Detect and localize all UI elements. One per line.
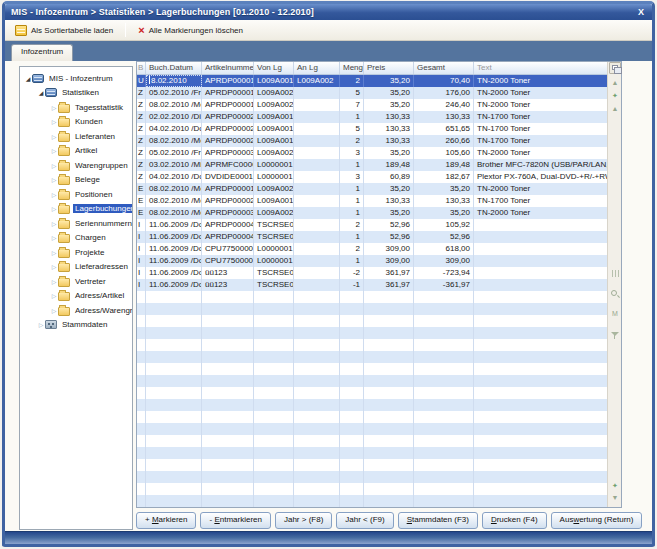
- tree-collapsed-icon[interactable]: ▷: [50, 191, 58, 198]
- table-row[interactable]: Z02.02.2010 /DiAPRDP00002L009A0011130,33…: [137, 111, 607, 123]
- table-empty-row[interactable]: [137, 327, 607, 339]
- table-empty-row[interactable]: [137, 411, 607, 423]
- scroll-first-icon[interactable]: ▲: [608, 79, 622, 87]
- tree-item-kunden[interactable]: ▷Kunden: [20, 115, 132, 130]
- table-row[interactable]: Z03.02.2010 /MiAPRMFC00001L00000011189,4…: [137, 159, 607, 171]
- table-row[interactable]: I11.06.2009 /DoAPRDP00004TSCRSE02152,965…: [137, 231, 607, 243]
- tree-collapsed-icon[interactable]: ▷: [50, 263, 58, 270]
- column-header-text[interactable]: Text: [474, 62, 607, 74]
- tree-collapsed-icon[interactable]: ▷: [50, 104, 58, 111]
- tree-collapsed-icon[interactable]: ▷: [50, 307, 58, 314]
- tree-item-lieferadressen[interactable]: ▷Lieferadressen: [20, 260, 132, 275]
- table-empty-row[interactable]: [137, 375, 607, 387]
- scroll-last-icon[interactable]: ▼: [608, 494, 622, 502]
- table-row[interactable]: U8.02.2010APRDP00001L009A001L009A002235,…: [137, 75, 607, 87]
- table-row[interactable]: Z08.02.2010 /MoAPRDP00002L009A0012130,33…: [137, 135, 607, 147]
- column-header-gesamt[interactable]: Gesamt: [414, 62, 474, 74]
- columns-icon[interactable]: [612, 270, 619, 277]
- tree-item-chargen[interactable]: ▷Chargen: [20, 231, 132, 246]
- tree-item-vertreter[interactable]: ▷Vertreter: [20, 274, 132, 289]
- table-empty-row[interactable]: [137, 447, 607, 459]
- table-empty-row[interactable]: [137, 363, 607, 375]
- scroll-up-icon[interactable]: ▲: [608, 105, 622, 113]
- tree-collapsed-icon[interactable]: ▷: [50, 220, 58, 227]
- tree-item-artikel[interactable]: ▷Artikel: [20, 144, 132, 159]
- load-sort-table-button[interactable]: Als Sortiertabelle laden: [9, 22, 119, 39]
- tree-item-statistiken[interactable]: ◢Statistiken: [20, 86, 132, 101]
- footer-button-auswertung-return[interactable]: Auswertung (Return): [551, 512, 643, 529]
- tree-item-adress-warengruppen[interactable]: ▷Adress/Warengruppen: [20, 303, 132, 318]
- tree-collapsed-icon[interactable]: ▷: [50, 205, 58, 212]
- table-empty-row[interactable]: [137, 291, 607, 303]
- tree-collapsed-icon[interactable]: ▷: [37, 321, 45, 328]
- table-empty-row[interactable]: [137, 435, 607, 447]
- column-header-von-lg[interactable]: Von Lg: [254, 62, 294, 74]
- search-icon[interactable]: [611, 290, 617, 296]
- table-empty-row[interactable]: [137, 459, 607, 471]
- table-empty-row[interactable]: [137, 351, 607, 363]
- table-empty-row[interactable]: [137, 423, 607, 435]
- table-row[interactable]: E08.02.2010 /MoAPRDP00001L009A002135,203…: [137, 183, 607, 195]
- table-row[interactable]: I11.06.2009 /Doüü123TSCRSE03-2361,97-723…: [137, 267, 607, 279]
- column-header-preis[interactable]: Preis: [364, 62, 414, 74]
- tree-item-warengruppen[interactable]: ▷Warengruppen: [20, 158, 132, 173]
- table-empty-row[interactable]: [137, 495, 607, 507]
- scroll-down-icon[interactable]: ✦: [608, 482, 622, 490]
- table-empty-row[interactable]: [137, 471, 607, 483]
- table-row[interactable]: I11.06.2009 /DoAPRDP00004TSCRSE02252,961…: [137, 219, 607, 231]
- column-header-b[interactable]: B: [137, 62, 146, 74]
- tree-collapsed-icon[interactable]: ▷: [50, 118, 58, 125]
- footer-button-jahr-f9[interactable]: Jahr < (F9): [336, 512, 393, 529]
- tree-collapsed-icon[interactable]: ▷: [50, 234, 58, 241]
- tree-item-adress-artikel[interactable]: ▷Adress/Artikel: [20, 289, 132, 304]
- clear-marks-button[interactable]: × Alle Markierungen löschen: [132, 22, 249, 38]
- mark-icon[interactable]: M: [608, 310, 622, 318]
- tree-expanded-icon[interactable]: ◢: [24, 75, 32, 82]
- column-header-buch-datum[interactable]: Buch.Datum: [146, 62, 202, 74]
- tree-item-lieferanten[interactable]: ▷Lieferanten: [20, 129, 132, 144]
- tree-collapsed-icon[interactable]: ▷: [50, 292, 58, 299]
- column-options-button[interactable]: [609, 62, 621, 74]
- tree-collapsed-icon[interactable]: ▷: [50, 249, 58, 256]
- table-empty-row[interactable]: [137, 339, 607, 351]
- column-header-an-lg[interactable]: An Lg: [294, 62, 340, 74]
- column-header-artikelnummer[interactable]: Artikelnummer: [202, 62, 254, 74]
- filter-icon[interactable]: [611, 332, 619, 336]
- table-empty-row[interactable]: [137, 387, 607, 399]
- tree-item-tagesstatistik[interactable]: ▷Tagesstatistik: [20, 100, 132, 115]
- tree-item-projekte[interactable]: ▷Projekte: [20, 245, 132, 260]
- close-icon[interactable]: X: [636, 7, 646, 17]
- tree-collapsed-icon[interactable]: ▷: [50, 278, 58, 285]
- footer-button-markieren[interactable]: + Markieren: [136, 512, 196, 529]
- table-empty-row[interactable]: [137, 483, 607, 495]
- footer-button-stammdaten-f3[interactable]: Stammdaten (F3): [398, 512, 478, 529]
- table-empty-row[interactable]: [137, 303, 607, 315]
- scroll-marker-icon[interactable]: ✦: [608, 92, 622, 100]
- tree-collapsed-icon[interactable]: ▷: [50, 133, 58, 140]
- tree-item-seriennummern[interactable]: ▷Seriennummern: [20, 216, 132, 231]
- tree-expanded-icon[interactable]: ◢: [37, 89, 45, 96]
- table-empty-row[interactable]: [137, 315, 607, 327]
- tree-collapsed-icon[interactable]: ▷: [50, 162, 58, 169]
- table-empty-row[interactable]: [137, 399, 607, 411]
- footer-button-jahr-f8[interactable]: Jahr > (F8): [275, 512, 332, 529]
- table-row[interactable]: I11.06.2009 /Doüü123TSCRSE03-1361,97-361…: [137, 279, 607, 291]
- footer-button-entmarkieren[interactable]: - Entmarkieren: [200, 512, 270, 529]
- table-row[interactable]: I11.06.2009 /DoCPU77500007L00000012309,0…: [137, 243, 607, 255]
- tree-collapsed-icon[interactable]: ▷: [50, 147, 58, 154]
- table-row[interactable]: Z04.02.2010 /DoDVDIDE00016L0000001360,89…: [137, 171, 607, 183]
- table-row[interactable]: I11.06.2009 /DoCPU77500007L00000011309,0…: [137, 255, 607, 267]
- column-header-menge[interactable]: Menge: [340, 62, 364, 74]
- tree-item-lagerbuchungen[interactable]: ▷Lagerbuchungen: [20, 202, 132, 217]
- table-row[interactable]: Z05.02.2010 /FrAPRDP00003L009A002335,201…: [137, 147, 607, 159]
- table-row[interactable]: E08.02.2010 /MoAPRDP00003L009A002135,203…: [137, 207, 607, 219]
- tree-item-positionen[interactable]: ▷Positionen: [20, 187, 132, 202]
- table-row[interactable]: Z05.02.2010 /FrAPRDP00001L009A002535,201…: [137, 87, 607, 99]
- tree-item-belege[interactable]: ▷Belege: [20, 173, 132, 188]
- tree-item-stammdaten[interactable]: ▷Stammdaten: [20, 318, 132, 333]
- tab-infozentrum[interactable]: Infozentrum: [11, 44, 73, 61]
- footer-button-drucken-f4[interactable]: Drucken (F4): [482, 512, 547, 529]
- table-row[interactable]: E08.02.2010 /MoAPRDP00002L009A0011130,33…: [137, 195, 607, 207]
- tree-item-mis-infozentrum[interactable]: ◢MIS - Infozentrum: [20, 71, 132, 86]
- tree-collapsed-icon[interactable]: ▷: [50, 176, 58, 183]
